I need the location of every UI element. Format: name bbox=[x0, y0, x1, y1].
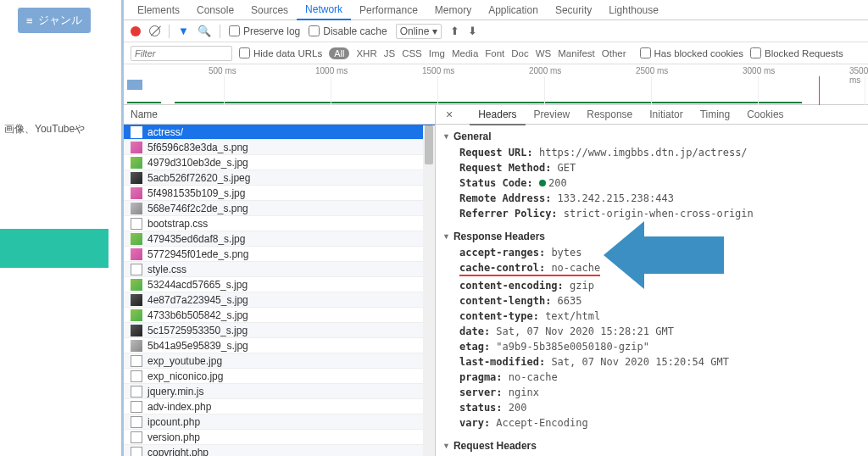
request-row[interactable]: 479435ed6daf8_s.jpg bbox=[124, 231, 435, 247]
timeline-tick bbox=[224, 76, 225, 105]
response-header-row: accept-ranges: bytes bbox=[436, 245, 868, 260]
request-row[interactable]: 4979d310eb3de_s.jpg bbox=[124, 155, 435, 170]
panel-tab-network[interactable]: Network bbox=[297, 0, 351, 20]
file-icon bbox=[131, 279, 142, 291]
filter-type-ws[interactable]: WS bbox=[536, 48, 552, 58]
request-row[interactable]: exp_niconico.jpg bbox=[124, 369, 435, 384]
filter-type-img[interactable]: Img bbox=[429, 48, 445, 58]
panel-tab-elements[interactable]: Elements bbox=[129, 1, 188, 19]
request-name: 4733b6b505842_s.jpg bbox=[147, 309, 248, 321]
file-icon bbox=[131, 248, 142, 260]
response-header-row: server: nginx bbox=[436, 385, 868, 400]
request-name: exp_youtube.jpg bbox=[147, 355, 222, 367]
file-icon bbox=[131, 340, 142, 352]
timeline-tick bbox=[437, 76, 438, 105]
request-row[interactable]: copyright.php bbox=[124, 445, 435, 456]
blocked-requests-checkbox[interactable]: Blocked Requests bbox=[750, 47, 843, 58]
request-row[interactable]: style.css bbox=[124, 262, 435, 277]
request-row[interactable]: actress/ bbox=[124, 125, 435, 140]
filter-all[interactable]: All bbox=[329, 47, 349, 59]
response-headers-title[interactable]: Response Headers bbox=[436, 228, 868, 245]
detail-tab-cookies[interactable]: Cookies bbox=[738, 105, 792, 124]
request-row[interactable]: 5c15725953350_s.jpg bbox=[124, 323, 435, 338]
request-row[interactable]: 5f6596c83e3da_s.png bbox=[124, 140, 435, 155]
detail-tabs: × HeadersPreviewResponseInitiatorTimingC… bbox=[436, 105, 868, 125]
request-row[interactable]: 5f4981535b109_s.jpg bbox=[124, 186, 435, 201]
detail-tab-preview[interactable]: Preview bbox=[526, 105, 579, 124]
status-dot-icon bbox=[539, 180, 546, 186]
panel-tab-performance[interactable]: Performance bbox=[351, 1, 426, 19]
detail-tab-headers[interactable]: Headers bbox=[470, 105, 525, 125]
panel-tab-sources[interactable]: Sources bbox=[242, 1, 297, 19]
request-name: ipcount.php bbox=[147, 416, 200, 428]
timeline-label: 2500 ms bbox=[636, 66, 668, 75]
request-row[interactable]: 5acb526f72620_s.jpeg bbox=[124, 170, 435, 186]
timeline[interactable]: 500 ms1000 ms1500 ms2000 ms2500 ms3000 m… bbox=[124, 64, 868, 105]
detail-tab-initiator[interactable]: Initiator bbox=[641, 105, 691, 124]
filter-type-xhr[interactable]: XHR bbox=[356, 48, 376, 58]
record-icon[interactable] bbox=[131, 26, 141, 36]
has-blocked-cookies-checkbox[interactable]: Has blocked cookies bbox=[640, 47, 743, 58]
download-icon[interactable]: ⬇ bbox=[468, 25, 477, 37]
scrollbar[interactable] bbox=[423, 125, 435, 456]
request-row[interactable]: 4e87d7a223945_s.jpg bbox=[124, 292, 435, 308]
request-name: version.php bbox=[147, 431, 200, 443]
file-icon bbox=[131, 126, 142, 138]
detail-tab-timing[interactable]: Timing bbox=[692, 105, 739, 124]
request-url: Request URL: https://www.imgbbs.dtn.jp/a… bbox=[436, 145, 868, 160]
filter-type-media[interactable]: Media bbox=[452, 48, 478, 58]
filter-type-font[interactable]: Font bbox=[485, 48, 504, 58]
request-row[interactable]: version.php bbox=[124, 430, 435, 445]
file-icon bbox=[131, 203, 142, 214]
filter-icon[interactable]: ▼ bbox=[178, 25, 189, 37]
panel-tab-console[interactable]: Console bbox=[188, 1, 242, 19]
file-icon bbox=[131, 294, 142, 306]
request-row[interactable]: jquery.min.js bbox=[124, 384, 435, 399]
request-headers-section: Request Headers bbox=[436, 434, 868, 456]
response-header-row: vary: Accept-Encoding bbox=[436, 415, 868, 431]
request-row[interactable]: ipcount.php bbox=[124, 414, 435, 430]
request-row[interactable]: 4733b6b505842_s.jpg bbox=[124, 308, 435, 323]
request-row[interactable]: 5772945f01ede_s.png bbox=[124, 247, 435, 262]
request-name: exp_niconico.jpg bbox=[147, 370, 223, 382]
timeline-label: 3000 ms bbox=[743, 66, 775, 75]
name-column-header[interactable]: Name bbox=[124, 105, 435, 125]
request-headers-title[interactable]: Request Headers bbox=[436, 437, 868, 454]
request-row[interactable]: 5b41a95e95839_s.jpg bbox=[124, 338, 435, 353]
detail-tab-response[interactable]: Response bbox=[578, 105, 641, 124]
response-header-row: etag: "a9b9-5b385e0050180-gzip" bbox=[436, 339, 868, 354]
request-row[interactable]: 53244acd57665_s.jpg bbox=[124, 277, 435, 292]
panel-tab-memory[interactable]: Memory bbox=[426, 1, 480, 19]
panel-tab-application[interactable]: Application bbox=[480, 1, 547, 19]
filter-type-doc[interactable]: Doc bbox=[511, 48, 528, 58]
filter-type-css[interactable]: CSS bbox=[402, 48, 422, 58]
filter-type-manifest[interactable]: Manifest bbox=[558, 48, 594, 58]
close-icon[interactable]: × bbox=[441, 108, 458, 121]
request-row[interactable]: adv-index.php bbox=[124, 399, 435, 414]
request-row[interactable]: 568e746f2c2de_s.png bbox=[124, 201, 435, 216]
filter-type-js[interactable]: JS bbox=[384, 48, 395, 58]
clear-icon[interactable] bbox=[149, 25, 160, 36]
file-icon bbox=[131, 233, 142, 245]
general-section: General Request URL: https://www.imgbbs.… bbox=[436, 125, 868, 225]
request-name: style.css bbox=[147, 264, 186, 275]
scrollbar-thumb[interactable] bbox=[425, 125, 433, 164]
request-name: 5c15725953350_s.jpg bbox=[147, 325, 248, 336]
preserve-log-checkbox[interactable]: Preserve log bbox=[229, 25, 300, 37]
request-row[interactable]: bootstrap.css bbox=[124, 216, 435, 231]
genre-button[interactable]: ≡ ジャンル bbox=[17, 7, 92, 34]
response-header-row: pragma: no-cache bbox=[436, 370, 868, 385]
request-row[interactable]: exp_youtube.jpg bbox=[124, 353, 435, 369]
hide-data-urls-checkbox[interactable]: Hide data URLs bbox=[239, 47, 322, 58]
filter-input[interactable] bbox=[131, 46, 232, 61]
throttling-select[interactable]: Online ▾ bbox=[396, 24, 442, 39]
panel-tab-security[interactable]: Security bbox=[547, 1, 600, 19]
file-icon bbox=[131, 355, 142, 367]
disable-cache-checkbox[interactable]: Disable cache bbox=[309, 25, 387, 37]
general-title[interactable]: General bbox=[436, 128, 868, 145]
search-icon[interactable]: 🔍 bbox=[198, 25, 211, 37]
panel-tab-lighthouse[interactable]: Lighthouse bbox=[600, 1, 667, 19]
filter-type-other[interactable]: Other bbox=[602, 48, 626, 58]
upload-icon[interactable]: ⬆ bbox=[450, 25, 459, 37]
response-header-row: date: Sat, 07 Nov 2020 15:28:21 GMT bbox=[436, 324, 868, 339]
